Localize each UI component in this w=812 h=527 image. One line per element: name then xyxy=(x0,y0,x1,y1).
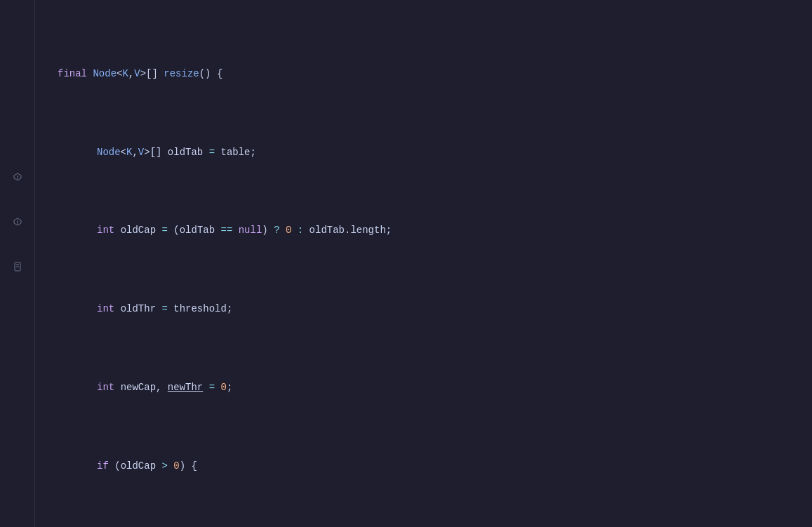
code-line: Node<K,V>[] oldTab = table; xyxy=(52,145,795,160)
code-line: final Node<K,V>[] resize() { xyxy=(52,66,795,81)
code-content: final Node<K,V>[] resize() { Node<K,V>[]… xyxy=(35,3,812,527)
code-line: if (oldCap > 0) { xyxy=(52,458,795,474)
code-line: int oldThr = threshold; xyxy=(52,301,795,316)
gutter-icon-3[interactable] xyxy=(12,261,23,272)
code-line: int oldCap = (oldTab == null) ? 0 : oldT… xyxy=(52,222,795,238)
gutter-icons xyxy=(12,171,23,272)
code-area[interactable]: final Node<K,V>[] resize() { Node<K,V>[]… xyxy=(35,0,812,527)
gutter-icon-2[interactable] xyxy=(12,216,23,227)
gutter-icon-1[interactable] xyxy=(12,171,23,182)
code-line: int newCap, newThr = 0; xyxy=(52,380,795,395)
svg-point-3 xyxy=(17,223,18,225)
editor-container: final Node<K,V>[] resize() { Node<K,V>[]… xyxy=(0,0,812,527)
svg-point-1 xyxy=(17,178,18,180)
editor-gutter xyxy=(0,0,35,527)
